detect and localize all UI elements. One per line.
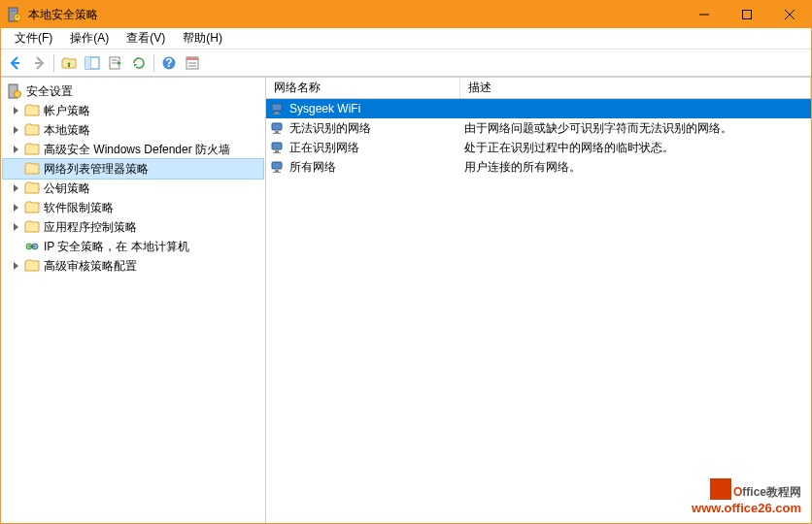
svg-rect-1	[11, 10, 16, 12]
cell-name: Sysgeek WiFi	[266, 101, 460, 116]
svg-rect-30	[272, 143, 282, 149]
expander-icon[interactable]	[11, 105, 22, 116]
toolbar-separator	[53, 54, 54, 72]
svg-rect-24	[272, 104, 282, 111]
expander-icon[interactable]	[11, 182, 22, 194]
folder-icon	[24, 142, 40, 157]
svg-rect-25	[275, 112, 279, 114]
folder-icon	[24, 200, 40, 215]
back-button[interactable]	[5, 52, 26, 74]
tree-item-label: IP 安全策略，在 本地计算机	[44, 239, 189, 255]
export-button[interactable]	[105, 52, 126, 74]
tree-item-label: 网络列表管理器策略	[44, 161, 149, 178]
minimize-button[interactable]	[683, 1, 726, 28]
tree-root[interactable]: 安全设置	[3, 82, 263, 101]
list-header: 网络名称 描述	[266, 78, 811, 99]
pane-icon	[85, 55, 100, 71]
expander-icon[interactable]	[11, 144, 22, 155]
tree-item[interactable]: 高级审核策略配置	[3, 256, 263, 276]
help-button[interactable]: ?	[158, 52, 180, 74]
tree-item[interactable]: 本地策略	[3, 120, 263, 140]
export-list-icon	[108, 55, 123, 71]
svg-rect-32	[273, 152, 281, 153]
column-description[interactable]: 描述	[460, 78, 811, 98]
up-button[interactable]	[58, 52, 80, 74]
tree-pane[interactable]: 安全设置 帐户策略本地策略高级安全 Windows Defender 防火墙网络…	[1, 78, 266, 523]
tree-item[interactable]: 应用程序控制策略	[3, 217, 263, 237]
folder-up-icon	[61, 55, 77, 71]
svg-rect-4	[743, 11, 752, 19]
tree-item[interactable]: 网络列表管理器策略	[3, 159, 263, 179]
list-row[interactable]: 无法识别的网络由于网络问题或缺少可识别字符而无法识别的网络。	[266, 118, 811, 138]
ipsec-icon	[24, 239, 40, 254]
list-body[interactable]: Sysgeek WiFi无法识别的网络由于网络问题或缺少可识别字符而无法识别的网…	[266, 99, 811, 523]
list-row[interactable]: 所有网络用户连接的所有网络。	[266, 157, 811, 177]
tree-item[interactable]: 高级安全 Windows Defender 防火墙	[3, 140, 263, 159]
column-network-name[interactable]: 网络名称	[266, 78, 460, 98]
maximize-button[interactable]	[726, 1, 768, 28]
network-icon	[270, 120, 286, 136]
office-icon	[710, 478, 731, 500]
show-hide-tree-button[interactable]	[82, 52, 103, 74]
window-title: 本地安全策略	[28, 7, 683, 23]
tree-item-label: 应用程序控制策略	[44, 219, 137, 236]
cell-name: 所有网络	[266, 159, 460, 176]
tree-item[interactable]: IP 安全策略，在 本地计算机	[3, 237, 263, 256]
close-button[interactable]	[768, 1, 811, 28]
menu-help[interactable]: 帮助(H)	[175, 28, 230, 49]
svg-rect-29	[273, 133, 281, 134]
svg-rect-27	[272, 123, 282, 130]
list-pane: 网络名称 描述 Sysgeek WiFi无法识别的网络由于网络问题或缺少可识别字…	[266, 78, 811, 523]
folder-icon	[24, 103, 40, 118]
svg-rect-26	[273, 114, 281, 115]
titlebar[interactable]: 本地安全策略	[1, 1, 811, 28]
content-area: 安全设置 帐户策略本地策略高级安全 Windows Defender 防火墙网络…	[1, 77, 811, 523]
tree-item[interactable]: 公钥策略	[3, 179, 263, 198]
tree-item[interactable]: 帐户策略	[3, 101, 263, 120]
close-icon	[785, 10, 795, 19]
tree-root-label: 安全设置	[26, 83, 73, 100]
menu-file[interactable]: 文件(F)	[7, 28, 60, 49]
menu-action[interactable]: 操作(A)	[62, 28, 117, 49]
svg-rect-16	[186, 57, 198, 60]
folder-icon	[24, 180, 40, 196]
svg-text:?: ?	[165, 56, 172, 70]
tree-item-label: 高级安全 Windows Defender 防火墙	[44, 142, 230, 158]
cell-desc: 处于正在识别过程中的网络的临时状态。	[460, 140, 811, 156]
app-window: 本地安全策略 文件(F) 操作(A) 查看(V) 帮助(H)	[0, 0, 812, 524]
expander-icon[interactable]	[11, 202, 22, 213]
network-icon	[270, 140, 286, 155]
properties-icon	[185, 55, 200, 71]
menu-view[interactable]: 查看(V)	[118, 28, 173, 49]
toolbar-separator	[153, 54, 154, 72]
network-icon	[270, 101, 286, 116]
expander-icon[interactable]	[11, 260, 22, 272]
expander-icon[interactable]	[11, 221, 22, 233]
list-row[interactable]: Sysgeek WiFi	[266, 99, 811, 118]
svg-rect-28	[275, 131, 279, 133]
tree-item-label: 本地策略	[44, 122, 90, 139]
refresh-icon	[131, 55, 147, 71]
tree-item[interactable]: 软件限制策略	[3, 198, 263, 217]
folder-icon	[24, 122, 40, 138]
svg-rect-34	[275, 170, 279, 172]
network-icon	[270, 159, 286, 175]
tree-item-label: 公钥策略	[44, 180, 90, 197]
cell-desc: 用户连接的所有网络。	[460, 159, 811, 176]
properties-button[interactable]	[182, 52, 203, 74]
app-icon	[7, 7, 22, 22]
forward-button[interactable]	[28, 52, 50, 74]
refresh-button[interactable]	[128, 52, 150, 74]
toolbar: ?	[1, 49, 811, 77]
window-controls	[683, 1, 811, 28]
watermark: Office教程网 www.office26.com	[692, 478, 801, 515]
tree-item-label: 高级审核策略配置	[44, 258, 137, 275]
cell-desc: 由于网络问题或缺少可识别字符而无法识别的网络。	[460, 120, 811, 137]
watermark-brand: Office教程网	[692, 478, 801, 501]
list-row[interactable]: 正在识别网络处于正在识别过程中的网络的临时状态。	[266, 138, 811, 157]
help-icon: ?	[161, 55, 177, 71]
cell-name: 无法识别的网络	[266, 120, 460, 137]
menubar: 文件(F) 操作(A) 查看(V) 帮助(H)	[1, 28, 811, 49]
expander-icon[interactable]	[11, 124, 22, 136]
svg-rect-9	[85, 57, 90, 69]
